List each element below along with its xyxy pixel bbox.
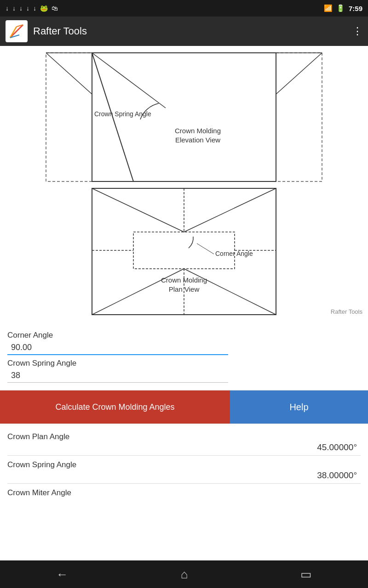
- battery-icon: 🔋: [336, 4, 345, 12]
- clock: 7:59: [349, 5, 362, 12]
- app-logo: [6, 20, 28, 42]
- frog-icon: 🐸: [40, 5, 48, 12]
- svg-text:Elevation View: Elevation View: [175, 136, 220, 144]
- status-bar: ↓ ↓ ↓ ↓ ↓ 🐸 🛍 📶 🔋 7:59: [0, 0, 368, 17]
- svg-text:Crown Molding: Crown Molding: [161, 276, 207, 284]
- crown-spring-angle-result-label: Crown Spring Angle: [7, 460, 361, 469]
- svg-line-17: [184, 188, 276, 232]
- svg-line-8: [46, 53, 92, 94]
- crown-plan-angle-label: Crown Plan Angle: [7, 432, 361, 441]
- svg-line-9: [276, 53, 322, 94]
- svg-text:Crown Molding: Crown Molding: [175, 127, 221, 135]
- app-title: Rafter Tools: [33, 25, 347, 37]
- download-icon-4: ↓: [26, 5, 29, 12]
- crown-spring-angle-label: Crown Spring Angle: [7, 359, 361, 368]
- svg-line-25: [197, 243, 214, 254]
- diagram-svg: Crown Spring Angle Crown Molding Elevati…: [41, 48, 327, 319]
- back-button[interactable]: ←: [56, 567, 68, 582]
- crown-spring-angle-result-value: 38.00000°: [7, 470, 361, 484]
- svg-text:Crown Spring Angle: Crown Spring Angle: [94, 110, 151, 118]
- nav-bar: ← ⌂ ▭: [0, 560, 368, 588]
- bag-icon: 🛍: [52, 5, 58, 12]
- download-icon-2: ↓: [12, 5, 16, 12]
- download-icon-1: ↓: [6, 5, 9, 12]
- svg-line-16: [92, 188, 184, 232]
- svg-rect-4: [46, 53, 322, 181]
- crown-plan-angle-value: 45.00000°: [7, 442, 361, 456]
- svg-text:Plan View: Plan View: [169, 285, 200, 293]
- wifi-icon: 📶: [324, 4, 333, 12]
- results-area: Crown Plan Angle 45.00000° Crown Spring …: [0, 424, 368, 498]
- svg-line-11: [92, 53, 166, 108]
- svg-text:Corner Angle: Corner Angle: [215, 250, 253, 257]
- status-bar-left: ↓ ↓ ↓ ↓ ↓ 🐸 🛍: [6, 5, 58, 12]
- recent-button[interactable]: ▭: [300, 567, 312, 582]
- home-button[interactable]: ⌂: [181, 567, 188, 582]
- watermark: Rafter Tools: [331, 308, 362, 315]
- app-bar: Rafter Tools ⋮: [0, 17, 368, 46]
- diagram-area: Crown Spring Angle Crown Molding Elevati…: [0, 46, 368, 322]
- corner-angle-input[interactable]: [7, 342, 228, 355]
- buttons-row: Calculate Crown Molding Angles Help: [0, 390, 368, 424]
- menu-icon[interactable]: ⋮: [352, 25, 362, 37]
- corner-angle-label: Corner Angle: [7, 331, 361, 340]
- calculate-button[interactable]: Calculate Crown Molding Angles: [0, 390, 230, 424]
- download-icon-3: ↓: [19, 5, 23, 12]
- form-area: Corner Angle Crown Spring Angle: [0, 322, 368, 383]
- crown-spring-angle-input[interactable]: [7, 370, 228, 383]
- help-button[interactable]: Help: [230, 390, 368, 424]
- download-icon-5: ↓: [33, 5, 36, 12]
- crown-miter-angle-label: Crown Miter Angle: [7, 488, 361, 498]
- status-bar-right: 📶 🔋 7:59: [324, 4, 362, 12]
